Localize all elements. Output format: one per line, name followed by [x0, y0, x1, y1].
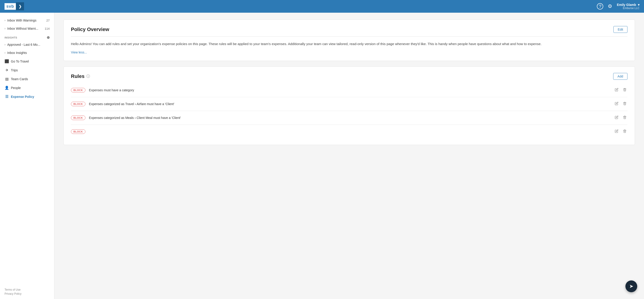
insights-add-icon[interactable]: ⊕	[47, 35, 50, 40]
sidebar-item-people[interactable]: 👤 People	[0, 83, 54, 92]
block-badge-2: BLOCK	[71, 116, 86, 120]
sidebar-item-inbox-insights[interactable]: › Inbox Insights	[0, 49, 54, 57]
block-badge-1: BLOCK	[71, 102, 86, 106]
rule-actions-2	[614, 114, 628, 121]
edit-rule-button-2[interactable]	[614, 114, 619, 121]
sidebar-item-inbox-without[interactable]: › Inbox Without Warni... 114	[0, 24, 54, 32]
sidebar-item-team-cards[interactable]: ▤ Team Cards	[0, 74, 54, 83]
terms-link[interactable]: Terms of Use	[4, 288, 50, 291]
inbox-without-label: Inbox Without Warni...	[7, 27, 38, 30]
rules-header: Rules ⓘ Add	[71, 73, 628, 80]
rule-row-3: BLOCK	[71, 125, 628, 138]
user-company: Emburse LLC	[623, 6, 640, 10]
logo[interactable]: svb ❯	[4, 2, 24, 10]
rule-text-2: Expenses categorized as Meals › Client M…	[89, 116, 610, 120]
rules-title: Rules	[71, 74, 84, 79]
rules-help-icon[interactable]: ⓘ	[86, 74, 90, 79]
add-rule-button[interactable]: Add	[613, 73, 628, 80]
header-right: ? ⚙ Emily Glamb ▾ Emburse LLC	[597, 3, 640, 10]
team-cards-icon: ▤	[4, 77, 9, 81]
help-icon[interactable]: ?	[597, 3, 603, 10]
inbox-warnings-label: Inbox With Warnings	[7, 18, 36, 22]
people-label: People	[11, 86, 21, 90]
go-to-travel-label: Go To Travel	[11, 60, 29, 63]
block-badge-0: BLOCK	[71, 88, 86, 92]
rule-text-1: Expenses categorized as Travel › Airfare…	[89, 102, 610, 106]
rule-row-2: BLOCK Expenses categorized as Meals › Cl…	[71, 111, 628, 125]
sidebar-item-inbox-warnings[interactable]: › Inbox With Warnings 27	[0, 16, 54, 24]
edit-button[interactable]: Edit	[614, 26, 628, 33]
rule-text-0: Expenses must have a category	[89, 88, 610, 92]
trips-label: Trips	[11, 68, 18, 72]
fab-icon: ➤	[629, 283, 633, 289]
fab-button[interactable]: ➤	[626, 280, 637, 292]
approved-label: Approved - Last 6 Mo...	[7, 43, 40, 46]
policy-overview-header: Policy Overview Edit	[71, 26, 628, 33]
policy-overview-title: Policy Overview	[71, 26, 109, 32]
expense-policy-label: Expense Policy	[11, 95, 34, 98]
inbox-without-count: 114	[45, 27, 50, 30]
sidebar-item-go-to-travel[interactable]: ⬛ Go To Travel	[0, 57, 54, 66]
insights-section-label: INSIGHTS ⊕	[0, 32, 54, 40]
block-badge-3: BLOCK	[71, 129, 86, 134]
edit-rule-button-1[interactable]	[614, 101, 619, 107]
sidebar-item-expense-policy[interactable]: ☰ Expense Policy	[0, 92, 54, 101]
delete-rule-button-0[interactable]	[622, 87, 628, 93]
trips-icon: ✈	[4, 68, 9, 72]
rules-list: BLOCK Expenses must have a category BLOC…	[71, 83, 628, 138]
chevron-right-icon-4: ›	[4, 51, 6, 54]
delete-rule-button-1[interactable]	[622, 101, 628, 107]
privacy-link[interactable]: Privacy Policy	[4, 292, 50, 296]
sidebar-footer: Terms of Use Privacy Policy	[0, 284, 54, 299]
sidebar-item-trips[interactable]: ✈ Trips	[0, 66, 54, 74]
settings-icon[interactable]: ⚙	[608, 4, 612, 9]
rule-actions-3	[614, 128, 628, 135]
policy-divider	[71, 36, 628, 37]
team-cards-label: Team Cards	[11, 77, 28, 81]
inbox-insights-label: Inbox Insights	[7, 51, 27, 54]
main-content: Policy Overview Edit Hello Admins! You c…	[54, 13, 644, 299]
chevron-right-icon-2: ›	[4, 27, 6, 30]
rule-row-1: BLOCK Expenses categorized as Travel › A…	[71, 97, 628, 111]
rule-actions-0	[614, 87, 628, 93]
sidebar-item-approved[interactable]: › Approved - Last 6 Mo...	[0, 40, 54, 49]
chevron-right-icon: ›	[4, 19, 6, 22]
rules-card: Rules ⓘ Add BLOCK Expenses must have a c…	[64, 66, 635, 145]
delete-rule-button-3[interactable]	[622, 128, 628, 135]
sidebar: › Inbox With Warnings 27 › Inbox Without…	[0, 13, 54, 299]
policy-description: Hello Admins! You can add rules and set …	[71, 41, 628, 47]
view-less-link[interactable]: View less...	[71, 50, 87, 54]
rules-title-row: Rules ⓘ	[71, 74, 90, 79]
user-menu[interactable]: Emily Glamb ▾ Emburse LLC	[617, 3, 640, 10]
policy-overview-card: Policy Overview Edit Hello Admins! You c…	[64, 20, 635, 61]
edit-rule-button-3[interactable]	[614, 128, 619, 135]
logo-arrow-icon: ❯	[16, 2, 24, 10]
chevron-right-icon-3: ›	[4, 43, 6, 46]
rule-actions-1	[614, 101, 628, 107]
app-header: svb ❯ ? ⚙ Emily Glamb ▾ Emburse LLC	[0, 0, 644, 13]
rule-row-0: BLOCK Expenses must have a category	[71, 83, 628, 97]
delete-rule-button-2[interactable]	[622, 114, 628, 121]
logo-svb-text: svb	[4, 3, 16, 10]
edit-rule-button-0[interactable]	[614, 87, 619, 93]
travel-icon: ⬛	[4, 59, 9, 64]
people-icon: 👤	[4, 86, 9, 90]
user-name: Emily Glamb ▾	[617, 3, 640, 6]
user-chevron-icon: ▾	[638, 3, 640, 6]
expense-policy-icon: ☰	[4, 94, 9, 99]
inbox-warnings-count: 27	[46, 19, 50, 22]
